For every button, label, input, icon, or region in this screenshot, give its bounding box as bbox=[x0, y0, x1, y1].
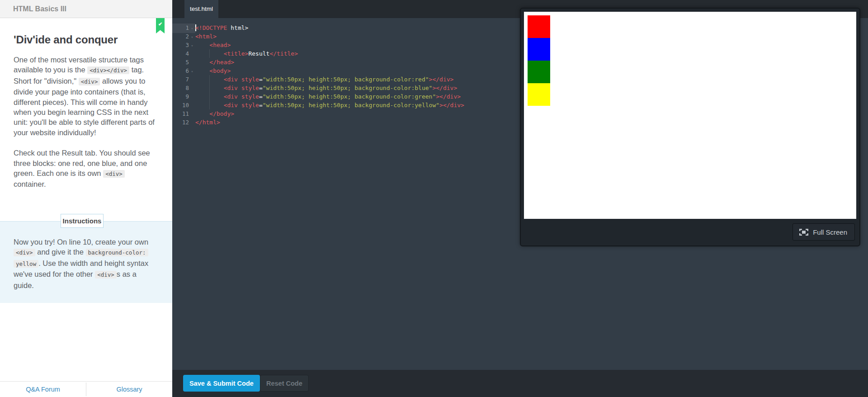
code-token: </html> bbox=[195, 119, 220, 126]
code-token: <div style bbox=[224, 93, 259, 100]
indent-guide bbox=[209, 101, 210, 109]
inline-code: <div> bbox=[14, 249, 35, 256]
line-number: 12 bbox=[172, 118, 189, 127]
line-number: 8 bbox=[172, 84, 189, 92]
sidebar-footer: Q&A Forum Glossary bbox=[0, 381, 172, 397]
code-token: <div style bbox=[224, 102, 259, 109]
code-token: <body> bbox=[209, 67, 231, 74]
editor-area: test.html 1▾<!DOCTYPE html>2▾<html>3▾ <h… bbox=[172, 0, 868, 397]
gutter-cell: 2▾ bbox=[172, 32, 195, 42]
code-token: = bbox=[259, 93, 263, 100]
gutter-cell: 6▾ bbox=[172, 66, 195, 76]
fullscreen-label: Full Screen bbox=[813, 228, 847, 236]
qa-forum-link[interactable]: Q&A Forum bbox=[0, 383, 86, 396]
glossary-link[interactable]: Glossary bbox=[86, 383, 172, 396]
gutter-cell: 10 bbox=[172, 101, 195, 109]
code-token: "width:50px; height:50px; background-col… bbox=[263, 102, 439, 109]
preview-square-blue bbox=[528, 38, 550, 61]
code-token: </title> bbox=[269, 50, 298, 57]
instructions-label: Instructions bbox=[61, 214, 104, 228]
line-number: 11 bbox=[172, 109, 189, 118]
gutter-cell: 11 bbox=[172, 109, 195, 118]
editor-bottom-bar: Save & Submit Code Reset Code bbox=[172, 370, 868, 397]
code-token: <!DOCTYPE bbox=[195, 24, 227, 31]
line-number: 3 bbox=[172, 41, 189, 49]
lesson-title: 'Div'ide and conquer bbox=[14, 33, 159, 46]
app-root: { "sidebar": { "header_title": "HTML Bas… bbox=[0, 0, 868, 397]
instructions-section: Instructions Now you try! On line 10, cr… bbox=[0, 221, 172, 303]
gutter-cell: 8 bbox=[172, 84, 195, 92]
line-number: 5 bbox=[172, 58, 189, 66]
indent-guide bbox=[209, 49, 210, 58]
line-number: 6 bbox=[172, 66, 189, 75]
code-token: </head> bbox=[209, 59, 234, 66]
gutter-cell: 12 bbox=[172, 118, 195, 127]
indent-guide bbox=[209, 92, 210, 101]
gutter-cell: 1▾ bbox=[172, 24, 195, 33]
preview-squares bbox=[528, 15, 550, 106]
fullscreen-icon bbox=[799, 229, 808, 236]
code-token: html> bbox=[227, 24, 248, 31]
inline-code: <div></div> bbox=[87, 66, 129, 74]
gutter-cell: 9 bbox=[172, 92, 195, 101]
lesson-complete-bookmark[interactable]: ✔ bbox=[156, 18, 165, 33]
tab-test-html[interactable]: test.html bbox=[184, 0, 218, 18]
lesson-content: 'Div'ide and conquer One of the most ver… bbox=[0, 33, 172, 189]
result-preview-panel: Full Screen bbox=[520, 8, 860, 246]
code-token: <div style bbox=[224, 85, 259, 91]
line-number: 2 bbox=[172, 32, 189, 41]
gutter-cell: 4 bbox=[172, 49, 195, 58]
instructions-text: Now you try! On line 10, create your own… bbox=[14, 237, 159, 290]
code-token: ></div> bbox=[432, 85, 457, 91]
line-number: 10 bbox=[172, 101, 189, 109]
code-token: = bbox=[259, 102, 263, 109]
preview-square-yellow bbox=[528, 83, 550, 106]
course-header: HTML Basics III bbox=[0, 0, 172, 18]
inline-code: yellow bbox=[14, 260, 38, 268]
lesson-paragraph: Check out the Result tab. You should see… bbox=[14, 148, 159, 189]
preview-square-red bbox=[528, 15, 550, 38]
indent-guide bbox=[209, 75, 210, 84]
inline-code: <div> bbox=[103, 170, 125, 178]
code-token: <head> bbox=[209, 42, 231, 48]
gutter-cell: 7 bbox=[172, 75, 195, 84]
line-number: 9 bbox=[172, 92, 189, 101]
gutter-cell: 3▾ bbox=[172, 41, 195, 50]
preview-viewport bbox=[524, 12, 856, 219]
indent-guide bbox=[209, 84, 210, 92]
code-token: ></div> bbox=[436, 93, 461, 100]
instructions-body: Now you try! On line 10, create your own… bbox=[0, 221, 172, 303]
inline-code: <div> bbox=[95, 271, 117, 279]
inline-code: background-color: bbox=[86, 249, 148, 256]
checkmark-icon: ✔ bbox=[158, 21, 162, 27]
code-token: "width:50px; height:50px; background-col… bbox=[263, 85, 433, 91]
code-token: Result bbox=[248, 50, 269, 57]
line-number: 7 bbox=[172, 75, 189, 84]
gutter-cell: 5 bbox=[172, 58, 195, 66]
line-number: 4 bbox=[172, 49, 189, 58]
lesson-sidebar: HTML Basics III ✔ 'Div'ide and conquer O… bbox=[0, 0, 172, 397]
code-token: = bbox=[259, 85, 263, 91]
full-screen-button[interactable]: Full Screen bbox=[793, 223, 855, 241]
code-token: = bbox=[259, 76, 263, 83]
code-token: <title> bbox=[224, 50, 249, 57]
reset-code-button[interactable]: Reset Code bbox=[260, 375, 309, 392]
code-token: <div style bbox=[224, 76, 259, 83]
code-token: "width:50px; height:50px; background-col… bbox=[263, 93, 436, 100]
preview-square-green bbox=[528, 61, 550, 83]
code-token: ></div> bbox=[439, 102, 464, 109]
course-title: HTML Basics III bbox=[13, 5, 66, 13]
code-token: <html> bbox=[195, 33, 217, 40]
code-token: ></div> bbox=[429, 76, 454, 83]
line-number: 1 bbox=[172, 24, 189, 32]
code-token: "width:50px; height:50px; background-col… bbox=[263, 76, 429, 83]
save-submit-button[interactable]: Save & Submit Code bbox=[183, 375, 260, 392]
code-token: </body> bbox=[209, 110, 234, 117]
inline-code: <div> bbox=[79, 78, 100, 85]
lesson-paragraph: One of the most versatile structure tags… bbox=[14, 55, 159, 137]
